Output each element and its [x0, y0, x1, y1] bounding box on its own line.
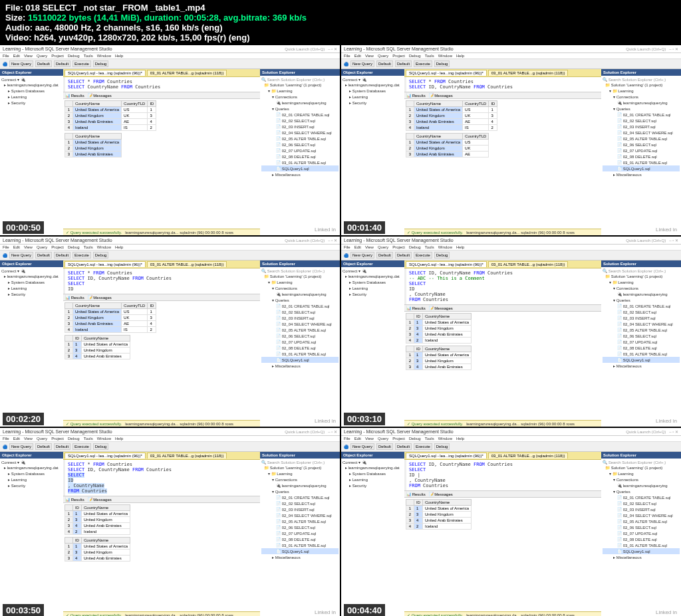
connection[interactable]: 🔌 learningazuresqlquerying	[261, 100, 339, 106]
solution-project[interactable]: ▾ 📁 Learning	[261, 470, 339, 476]
toolbar-button[interactable]: Default	[376, 60, 393, 67]
table-row[interactable]: 23United Kingdom	[406, 326, 472, 332]
solution-file[interactable]: 📄 02_06 SELECT.sql	[603, 333, 680, 339]
solution-file[interactable]: 📄 03_01 ALTER TABLE.sql	[261, 351, 339, 357]
menu-item[interactable]: Window	[97, 54, 111, 58]
table-row[interactable]: 23United Kingdom	[406, 358, 472, 364]
table-row[interactable]: 1United States of AmericaUS1	[65, 107, 156, 113]
connections-folder[interactable]: ▾ Connections	[603, 285, 680, 291]
table-row[interactable]: 2United KingdomUK3	[65, 315, 156, 321]
menu-item[interactable]: Tools	[425, 245, 434, 249]
editor-tab[interactable]: 03_01 ALTER TABLE...g (sqladmin (118))	[488, 70, 569, 76]
connections-folder[interactable]: ▾ Connections	[261, 476, 339, 482]
editor-tab[interactable]: 03_01 ALTER TABLE...g (sqladmin (118))	[147, 453, 227, 459]
toolbar-button[interactable]: New Query	[9, 60, 33, 67]
table-row[interactable]: 42Iceland	[65, 529, 130, 535]
toolbar-button[interactable]: Default	[35, 252, 52, 258]
table-row[interactable]: 4IcelandIS2	[65, 125, 156, 131]
tree-item[interactable]: ▸ Security	[1, 482, 62, 488]
tree-item[interactable]: ▸ Learning	[1, 476, 62, 482]
menu-item[interactable]: Debug	[409, 437, 421, 441]
solution-file[interactable]: 📄 02_02 SELECT.sql	[603, 500, 680, 506]
solution-project[interactable]: ▾ 📁 Learning	[603, 279, 680, 285]
solution-file[interactable]: 📄 SQLQuery1.sql	[261, 357, 339, 363]
tree-item[interactable]: ▸ System Databases	[342, 470, 403, 476]
tree-item[interactable]: ▸ Learning	[1, 94, 62, 100]
solution-file[interactable]: 📄 02_03 INSERT.sql	[603, 124, 680, 130]
solution-file[interactable]: 📄 02_08 DELETE.sql	[603, 536, 680, 542]
solution-project[interactable]: ▾ 📁 Learning	[261, 88, 339, 94]
menu-item[interactable]: Edit	[13, 54, 20, 58]
tree-item[interactable]: ▸ System Databases	[1, 88, 62, 94]
menu-item[interactable]: View	[24, 437, 33, 441]
solution-file[interactable]: 📄 02_07 UPDATE.sql	[603, 148, 680, 154]
search-input[interactable]: 🔍 Search Solution Explorer (Ctrl+;)	[603, 268, 680, 273]
tree-item[interactable]: ▸ Security	[342, 482, 403, 488]
solution-root[interactable]: 📁 Solution 'Learning' (1 project)	[261, 464, 339, 470]
menu-item[interactable]: Debug	[409, 54, 421, 58]
quick-launch[interactable]: Quick Launch (Ctrl+Q) – ▫ ✕	[285, 238, 337, 243]
results-tab[interactable]: 📊 Results	[406, 306, 426, 310]
solution-file[interactable]: 📄 02_08 DELETE.sql	[261, 154, 339, 159]
toolbar-button[interactable]: Debug	[93, 252, 109, 258]
editor-tab[interactable]: 03_01 ALTER TABLE...g (sqladmin (118))	[147, 70, 227, 76]
quick-launch[interactable]: Quick Launch (Ctrl+Q) – ▫ ✕	[285, 47, 337, 51]
toolbar-button[interactable]: Default	[395, 60, 412, 67]
sql-editor[interactable]: SELECT * FROM Countries SELECT ID, Count…	[63, 460, 260, 496]
queries-folder[interactable]: ▾ Queries	[603, 297, 680, 303]
solution-file[interactable]: 📄 02_05 ALTER TABLE.sql	[603, 136, 680, 142]
toolbar-button[interactable]: Default	[35, 60, 52, 67]
messages-tab[interactable]: 📝 Messages	[429, 492, 453, 496]
connections-folder[interactable]: ▾ Connections	[261, 94, 339, 100]
table-row[interactable]: 2United KingdomUK	[406, 146, 489, 152]
menu-item[interactable]: Edit	[13, 437, 20, 441]
menu-item[interactable]: File	[3, 245, 9, 249]
solution-root[interactable]: 📁 Solution 'Learning' (1 project)	[603, 273, 680, 279]
solution-file[interactable]: 📄 02_01 CREATE TABLE.sql	[261, 303, 339, 309]
table-row[interactable]: 1United States of AmericaUS1	[65, 309, 156, 315]
table-row[interactable]: 1United States of America	[65, 140, 122, 146]
table-row[interactable]: 34United Arab Emirates	[406, 332, 472, 338]
solution-file[interactable]: 📄 03_01 ALTER TABLE.sql	[603, 351, 680, 357]
misc-folder[interactable]: ▸ Miscellaneous	[261, 554, 339, 560]
tree-item[interactable]: ▸ System Databases	[1, 279, 62, 285]
menu-item[interactable]: File	[3, 437, 9, 441]
solution-file[interactable]: 📄 03_01 ALTER TABLE.sql	[261, 159, 339, 165]
menu-item[interactable]: Project	[392, 54, 405, 58]
solution-file[interactable]: 📄 02_04 SELECT WHERE.sql	[603, 512, 680, 518]
tree-server[interactable]: ▸ learningazuresqlquerying.dat	[1, 82, 62, 88]
search-input[interactable]: 🔍 Search Solution Explorer (Ctrl+;)	[603, 460, 680, 464]
menu-item[interactable]: View	[365, 437, 374, 441]
editor-tab[interactable]: SQLQuery1.sql - lea...ing (sqladmin (96)…	[406, 261, 487, 267]
menu-item[interactable]: File	[3, 54, 9, 58]
menu-item[interactable]: Window	[97, 437, 111, 441]
table-row[interactable]: 1United States of AmericaUS	[406, 140, 489, 146]
menu-item[interactable]: Tools	[425, 54, 434, 58]
menu-item[interactable]: Tools	[84, 437, 93, 441]
table-row[interactable]: 23United Kingdom	[65, 550, 130, 556]
misc-folder[interactable]: ▸ Miscellaneous	[261, 171, 339, 177]
editor-tab[interactable]: 03_01 ALTER TABLE...g (sqladmin (118))	[147, 261, 227, 267]
menu-item[interactable]: Project	[51, 437, 64, 441]
toolbar-button[interactable]: Debug	[434, 443, 450, 450]
editor-tab[interactable]: 03_01 ALTER TABLE...g (sqladmin (118))	[488, 453, 569, 459]
sql-editor[interactable]: SELECT * FROM Countries SELECT CountryNa…	[63, 77, 260, 92]
solution-file[interactable]: 📄 02_07 UPDATE.sql	[603, 530, 680, 536]
solution-file[interactable]: 📄 02_04 SELECT WHERE.sql	[261, 512, 339, 518]
toolbar-button[interactable]: Debug	[434, 60, 450, 67]
menu-item[interactable]: Debug	[68, 245, 80, 249]
toolbar-button[interactable]: Default	[395, 252, 412, 258]
sql-editor[interactable]: SELECT * FROM Countries SELECT ID, Count…	[404, 77, 601, 92]
connections-folder[interactable]: ▾ Connections	[603, 94, 680, 100]
search-input[interactable]: 🔍 Search Solution Explorer (Ctrl+;)	[261, 77, 339, 82]
menu-item[interactable]: Help	[456, 437, 464, 441]
table-row[interactable]: 3United Arab Emirates	[65, 152, 122, 157]
table-row[interactable]: 2United KingdomUK3	[406, 113, 497, 119]
toolbar-button[interactable]: Default	[376, 252, 393, 258]
tree-item[interactable]: ▸ Learning	[342, 94, 403, 100]
solution-file[interactable]: 📄 02_05 ALTER TABLE.sql	[603, 327, 680, 333]
editor-tab[interactable]: SQLQuery1.sql - lea...ing (sqladmin (96)…	[65, 453, 146, 459]
solution-file[interactable]: 📄 SQLQuery1.sql	[261, 165, 339, 171]
table-row[interactable]: 11United States of America	[406, 506, 472, 512]
misc-folder[interactable]: ▸ Miscellaneous	[603, 363, 680, 369]
